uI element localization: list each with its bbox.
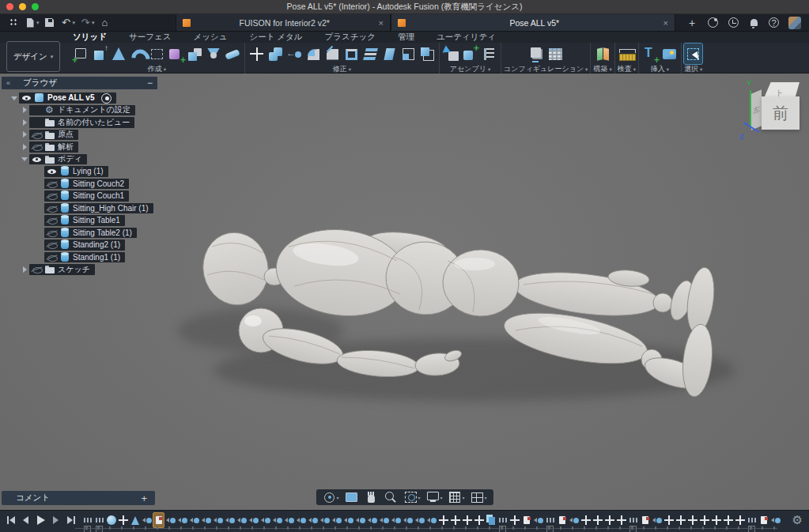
timeline-feature[interactable] (224, 512, 236, 528)
timeline-feature[interactable] (686, 512, 698, 528)
tree-expand-chevron[interactable] (20, 130, 29, 139)
pattern-tool[interactable] (148, 43, 166, 64)
home-icon[interactable]: ⌂ (100, 17, 112, 28)
revolve-tool[interactable] (110, 43, 128, 64)
close-tab-icon[interactable]: × (663, 18, 668, 28)
visibility-eye-icon[interactable] (32, 105, 42, 115)
timeline-feature[interactable] (117, 512, 129, 528)
tree-node-chip[interactable]: Sitting Couch1 (44, 191, 129, 202)
add-comment-button[interactable]: + (141, 492, 147, 504)
timeline-feature[interactable] (366, 512, 378, 528)
view-cube-left-face[interactable]: 左 (751, 89, 762, 130)
tree-node-chip[interactable]: 原点 (29, 130, 78, 141)
timeline-feature[interactable] (129, 512, 141, 528)
timeline-feature[interactable] (592, 512, 603, 528)
move-tool[interactable] (248, 43, 266, 64)
tree-node-chip[interactable]: 名前の付いたビュー (29, 117, 134, 128)
timeline-feature[interactable] (307, 512, 319, 528)
tree-node-chip[interactable]: 解析 (29, 141, 78, 153)
timeline-feature[interactable] (259, 512, 271, 528)
timeline-feature[interactable] (354, 512, 366, 528)
timeline-feature[interactable] (544, 512, 556, 528)
timeline-feature[interactable] (248, 512, 259, 528)
minimize-panel-icon[interactable]: − (147, 79, 153, 87)
tree-row[interactable]: Sitting Couch2 (2, 178, 157, 191)
timeline-feature[interactable] (568, 512, 580, 528)
timeline-feature[interactable] (627, 512, 639, 528)
timeline-feature[interactable] (556, 512, 568, 528)
tree-row[interactable]: Sitting_High Chair (1) (2, 202, 157, 215)
timeline-feature[interactable] (200, 512, 212, 528)
timeline-feature[interactable] (81, 512, 93, 528)
tree-node-chip[interactable]: Pose ALL v5 (19, 92, 116, 104)
go-to-start-button[interactable] (5, 514, 17, 526)
tree-expand-chevron[interactable] (20, 105, 29, 115)
save-icon[interactable] (44, 17, 56, 28)
visibility-eye-icon[interactable] (32, 117, 42, 127)
tree-row[interactable]: Lying (1) (2, 165, 157, 178)
extensions-icon[interactable] (707, 17, 718, 28)
view-cube-front-face[interactable]: 前 (762, 96, 800, 130)
tree-row[interactable]: Sitting Couch1 (2, 190, 157, 202)
view-cube[interactable]: Y 上 左 前 Z (738, 77, 807, 142)
visibility-eye-icon[interactable] (47, 191, 57, 201)
create-sketch-tool[interactable] (72, 43, 90, 64)
inspect-group-label[interactable]: 検査▾ (618, 65, 636, 74)
select-tool[interactable] (684, 43, 702, 64)
timeline-feature[interactable] (390, 512, 402, 528)
job-status-icon[interactable] (728, 17, 739, 28)
timeline-feature[interactable] (615, 512, 627, 528)
timeline-feature[interactable] (295, 512, 307, 528)
tree-row[interactable]: Pose ALL v5 (2, 92, 157, 104)
visibility-eye-icon[interactable] (32, 154, 42, 164)
insert-derive-tool[interactable] (442, 43, 460, 64)
ribbon-tab[interactable]: ソリッド (73, 32, 107, 43)
tree-node-chip[interactable]: ドキュメントの設定 (29, 105, 135, 116)
timeline-feature[interactable] (520, 512, 532, 528)
timeline-feature[interactable] (93, 512, 105, 528)
timeline-feature[interactable] (639, 512, 651, 528)
tree-expand-chevron[interactable] (20, 142, 29, 152)
timeline-feature[interactable] (331, 512, 342, 528)
timeline-feature[interactable] (603, 512, 615, 528)
activate-component-radio[interactable] (100, 92, 112, 103)
timeline-feature[interactable] (378, 512, 390, 528)
timeline-feature[interactable] (722, 512, 734, 528)
tree-expand-chevron[interactable] (35, 179, 44, 188)
chamfer-tool[interactable] (323, 43, 342, 64)
tree-node-chip[interactable]: Standing1 (1) (44, 252, 125, 263)
visibility-eye-icon[interactable] (21, 92, 32, 103)
bom-tool[interactable] (480, 43, 498, 64)
tree-row[interactable]: ボディ (2, 153, 157, 166)
tree-row[interactable]: 解析 (2, 141, 157, 153)
tree-expand-chevron[interactable] (35, 167, 44, 176)
new-file-icon[interactable]: ▾ (25, 17, 40, 28)
visibility-eye-icon[interactable] (47, 228, 57, 238)
fit-tool[interactable]: ▾ (402, 491, 422, 504)
visibility-eye-icon[interactable] (47, 166, 57, 176)
timeline-feature[interactable] (319, 512, 331, 528)
tree-node-chip[interactable]: Sitting_High Chair (1) (44, 203, 153, 214)
new-component-tool[interactable] (461, 43, 479, 64)
configuration-table-tool[interactable] (546, 43, 565, 64)
timeline-feature[interactable] (485, 512, 497, 528)
timeline-feature[interactable] (271, 512, 283, 528)
sweep-tool[interactable] (129, 43, 147, 64)
tree-row[interactable]: 名前の付いたビュー (2, 116, 157, 129)
ribbon-tab[interactable]: サーフェス (129, 32, 171, 43)
ribbon-tab[interactable]: シート メタル (249, 32, 302, 43)
timeline-feature[interactable] (473, 512, 485, 528)
comments-bar[interactable]: コメント + (2, 491, 155, 505)
combine-tool[interactable] (418, 43, 437, 64)
ribbon-tab[interactable]: 管理 (398, 32, 414, 43)
tree-expand-chevron[interactable] (35, 216, 44, 225)
timeline-feature[interactable] (580, 512, 592, 528)
timeline-feature[interactable] (508, 512, 520, 528)
timeline-feature[interactable] (461, 512, 473, 528)
tree-expand-chevron[interactable] (35, 203, 44, 213)
visibility-eye-icon[interactable] (32, 264, 42, 274)
fillet-tool[interactable] (304, 43, 323, 64)
tree-node-chip[interactable]: Sitting Table2 (1) (44, 228, 137, 239)
workspace-selector[interactable]: デザイン▾ (6, 41, 60, 72)
tree-row[interactable]: 原点 (2, 129, 157, 141)
